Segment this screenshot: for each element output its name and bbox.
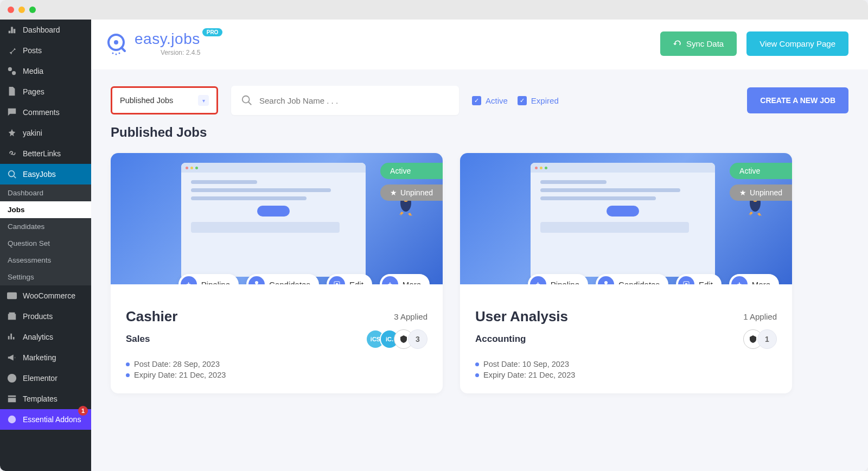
plugin-icon xyxy=(7,128,17,138)
label: Unpinned xyxy=(750,188,782,197)
bullet-icon xyxy=(475,373,479,377)
bullet-icon xyxy=(475,362,479,366)
sidebar-item-elementor[interactable]: Elementor xyxy=(0,368,91,389)
active-chip: Active xyxy=(380,163,443,179)
active-checkbox[interactable]: ✓ Active xyxy=(472,96,508,105)
sidebar-item-comments[interactable]: Comments xyxy=(0,102,91,123)
sidebar-item-media[interactable]: Media xyxy=(0,61,91,81)
job-status-dropdown[interactable]: Published Jobs ▾ xyxy=(111,86,218,114)
label: Pages xyxy=(23,87,44,96)
star-icon: ★ xyxy=(739,188,746,197)
plus-icon: + xyxy=(382,276,398,284)
more-button[interactable]: +More xyxy=(729,274,779,284)
expiry-date: Expiry Date: 21 Dec, 2023 xyxy=(483,371,575,379)
label: Analytics xyxy=(23,333,53,341)
logo-group: easy.jobs PRO Version: 2.4.5 xyxy=(104,30,222,56)
svg-point-1 xyxy=(12,71,16,75)
create-job-button[interactable]: CREATE A NEW JOB xyxy=(747,87,848,113)
label: EasyJobs xyxy=(23,170,56,179)
pipeline-button[interactable]: +Pipeline xyxy=(528,274,588,284)
sidebar-item-easyjobs[interactable]: EasyJobs xyxy=(0,164,91,184)
woo-icon xyxy=(7,290,17,301)
job-category: Sales xyxy=(126,334,150,345)
edit-button[interactable]: Edit xyxy=(327,274,372,284)
sidebar-item-yakini[interactable]: yakini xyxy=(0,123,91,143)
main-wrapper: Dashboard Posts Media Pages Comments yak… xyxy=(0,20,868,471)
maximize-window[interactable] xyxy=(29,7,36,13)
applicant-avatars: iCS iC. 3 xyxy=(371,329,427,349)
applied-count: 1 Applied xyxy=(743,312,777,321)
logo-text: easy.jobs xyxy=(135,30,200,48)
sub-dashboard[interactable]: Dashboard xyxy=(0,184,91,201)
sidebar-item-woocommerce[interactable]: WooCommerce xyxy=(0,285,91,306)
job-title: Cashier xyxy=(126,308,177,325)
analytics-icon xyxy=(7,332,17,342)
label: Essential Addons xyxy=(23,415,81,424)
easyjobs-logo-icon xyxy=(104,31,128,55)
sidebar-item-marketing[interactable]: Marketing xyxy=(0,347,91,368)
content-area: easy.jobs PRO Version: 2.4.5 Sync Data V… xyxy=(91,20,868,471)
easyjobs-submenu: Dashboard Jobs Candidates Question Set A… xyxy=(0,184,91,285)
media-icon xyxy=(7,66,17,77)
label: Templates xyxy=(23,394,58,403)
wp-admin-sidebar: Dashboard Posts Media Pages Comments yak… xyxy=(0,20,91,471)
edit-icon xyxy=(678,276,694,284)
megaphone-icon xyxy=(7,352,17,363)
job-card: Active ★ Unpinned +Pipeline Candidates E… xyxy=(460,153,792,393)
close-window[interactable] xyxy=(8,7,14,13)
comments-icon xyxy=(7,107,17,118)
sub-assessments[interactable]: Assessments xyxy=(0,252,91,269)
sub-settings[interactable]: Settings xyxy=(0,269,91,285)
sub-question-set[interactable]: Question Set xyxy=(0,235,91,252)
dropdown-value: Published Jobs xyxy=(120,96,173,105)
label: View Company Page xyxy=(760,39,835,48)
elementor-icon xyxy=(7,373,17,384)
sidebar-item-templates[interactable]: Templates xyxy=(0,389,91,409)
candidates-button[interactable]: Candidates xyxy=(246,274,319,284)
page-icon xyxy=(7,86,17,97)
svg-point-0 xyxy=(8,67,12,71)
sidebar-item-pages[interactable]: Pages xyxy=(0,81,91,102)
active-chip: Active xyxy=(730,163,792,179)
pipeline-button[interactable]: +Pipeline xyxy=(178,274,239,284)
sidebar-item-essential-addons[interactable]: Essential Addons 1 xyxy=(0,409,91,430)
user-icon xyxy=(248,276,265,284)
more-button[interactable]: +More xyxy=(380,274,430,284)
sidebar-item-betterlinks[interactable]: BetterLinks xyxy=(0,143,91,164)
expired-checkbox[interactable]: ✓ Expired xyxy=(518,96,559,105)
svg-rect-3 xyxy=(7,292,17,300)
label: Unpinned xyxy=(400,188,433,197)
sync-icon xyxy=(673,39,682,48)
easyjobs-icon xyxy=(7,169,17,180)
sidebar-item-products[interactable]: Products xyxy=(0,306,91,327)
svg-point-18 xyxy=(604,281,608,284)
macos-titlebar xyxy=(0,0,868,20)
applied-count: 3 Applied xyxy=(394,312,427,321)
sidebar-item-analytics[interactable]: Analytics xyxy=(0,327,91,347)
svg-point-14 xyxy=(255,281,258,284)
unpinned-chip[interactable]: ★ Unpinned xyxy=(730,184,792,201)
candidates-button[interactable]: Candidates xyxy=(596,274,668,284)
label: Posts xyxy=(23,46,42,55)
label: Products xyxy=(23,312,53,321)
unpinned-chip[interactable]: ★ Unpinned xyxy=(380,184,443,201)
view-company-button[interactable]: View Company Page xyxy=(746,31,848,56)
sidebar-item-posts[interactable]: Posts xyxy=(0,40,91,61)
sub-jobs[interactable]: Jobs xyxy=(0,201,91,218)
job-category: Accounting xyxy=(475,334,526,345)
pin-icon xyxy=(7,45,17,56)
avatar-count: 3 xyxy=(408,329,427,349)
sync-data-button[interactable]: Sync Data xyxy=(660,31,737,56)
sub-candidates[interactable]: Candidates xyxy=(0,218,91,235)
sidebar-item-dashboard[interactable]: Dashboard xyxy=(0,20,91,40)
label: Marketing xyxy=(23,353,56,362)
minimize-window[interactable] xyxy=(18,7,25,13)
svg-point-4 xyxy=(8,374,16,383)
job-thumbnail: Active ★ Unpinned +Pipeline Candidates E… xyxy=(460,153,792,284)
edit-button[interactable]: Edit xyxy=(676,274,722,284)
search-box[interactable] xyxy=(231,86,459,115)
plus-icon: + xyxy=(181,276,197,284)
label: Active xyxy=(486,96,508,105)
templates-icon xyxy=(7,393,17,404)
search-input[interactable] xyxy=(259,96,449,105)
